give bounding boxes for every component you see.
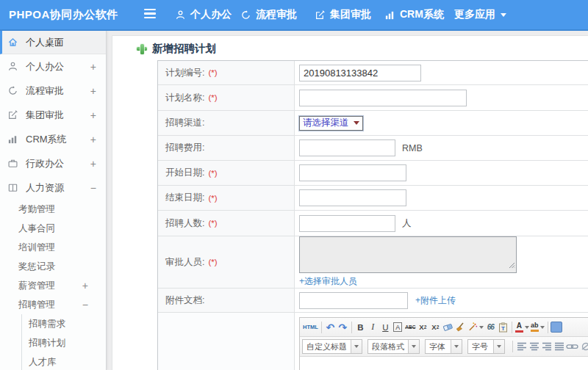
form-row-recruit-cost: 招聘费用: RMB bbox=[158, 136, 588, 161]
field-label: 计划名称: bbox=[165, 92, 204, 104]
edit-icon bbox=[315, 10, 326, 21]
sidebar-subitem-training[interactable]: 培训管理 bbox=[0, 238, 106, 257]
field-label: 计划编号: bbox=[165, 67, 204, 79]
nav-item-group-approval[interactable]: 集团审批 bbox=[315, 0, 371, 29]
italic-button[interactable]: I bbox=[367, 320, 379, 334]
paste-plain-text-icon[interactable]: T bbox=[497, 320, 509, 334]
select-caret-icon bbox=[354, 121, 359, 125]
expand-plus-icon[interactable]: + bbox=[90, 61, 96, 73]
format-brush-icon[interactable] bbox=[454, 320, 467, 334]
sidebar-item-human-resources[interactable]: 人力资源 − bbox=[0, 175, 106, 200]
select-approvers-link[interactable]: +选择审批人员 bbox=[299, 275, 357, 288]
sidebar-subitem-recruit-plan[interactable]: 招聘计划 bbox=[22, 333, 106, 352]
sidebar-subitem-label: 考勤管理 bbox=[18, 203, 55, 216]
redo-icon[interactable]: ↷ bbox=[337, 320, 349, 334]
sidebar-item-crm-system[interactable]: CRM系统 + bbox=[0, 127, 106, 151]
collapse-minus-icon[interactable]: − bbox=[82, 299, 88, 311]
undo-icon[interactable]: ↶ bbox=[324, 320, 337, 334]
expand-plus-icon[interactable]: + bbox=[90, 109, 96, 121]
paragraph-format-dropdown[interactable]: 段落格式 bbox=[368, 339, 420, 354]
font-border-button[interactable]: A bbox=[393, 322, 402, 332]
nav-item-more-apps[interactable]: 更多应用 bbox=[454, 0, 506, 29]
html-source-button[interactable]: HTML bbox=[302, 320, 319, 334]
sidebar-subitem-recruit-management[interactable]: 招聘管理 − bbox=[0, 295, 106, 314]
sidebar-item-admin-office[interactable]: 行政办公 + bbox=[0, 151, 106, 175]
collapse-minus-icon[interactable]: − bbox=[90, 182, 96, 194]
nav-item-personal-office[interactable]: 个人办公 bbox=[175, 0, 232, 29]
recruit-channel-select[interactable]: 请选择渠道 bbox=[299, 116, 363, 131]
form-row-end-date: 结束日期: (*) bbox=[158, 186, 588, 211]
content-area: 新增招聘计划 计划编号: (*) 计划名称: (*) bbox=[107, 31, 588, 370]
superscript-button[interactable]: X2 bbox=[417, 320, 429, 334]
font-size-dropdown[interactable]: 字号 bbox=[467, 339, 505, 354]
subscript-button[interactable]: X2 bbox=[429, 320, 442, 334]
sidebar-subitem-hr-contract[interactable]: 人事合同 bbox=[0, 219, 106, 238]
user-icon bbox=[175, 10, 186, 21]
clipped-toolbar-icon[interactable] bbox=[579, 340, 588, 354]
user-icon bbox=[7, 61, 20, 72]
field-label: 招聘费用: bbox=[165, 142, 204, 154]
align-justify-icon[interactable] bbox=[553, 340, 565, 354]
add-plus-icon bbox=[137, 44, 147, 54]
field-label: 审批人员: bbox=[165, 256, 204, 269]
start-date-input[interactable] bbox=[299, 164, 406, 181]
headcount-input[interactable] bbox=[299, 215, 395, 232]
custom-heading-dropdown[interactable]: 自定义标题 bbox=[302, 339, 362, 354]
plan-number-input[interactable] bbox=[299, 65, 421, 81]
chevron-down-icon bbox=[351, 340, 362, 353]
editor-content-area[interactable] bbox=[300, 357, 588, 370]
field-label: 结束日期: bbox=[165, 192, 204, 204]
required-mark: (*) bbox=[208, 194, 217, 203]
nav-item-process-approval[interactable]: 流程审批 bbox=[240, 0, 297, 29]
sidebar-item-process-approval[interactable]: 流程审批 + bbox=[0, 79, 106, 103]
font-family-dropdown[interactable]: 字体 bbox=[425, 339, 462, 354]
align-left-icon[interactable] bbox=[515, 340, 528, 354]
align-right-icon[interactable] bbox=[540, 340, 553, 354]
blockquote-button[interactable]: 66 bbox=[484, 320, 497, 334]
field-label: 招聘渠道: bbox=[165, 117, 204, 129]
end-date-input[interactable] bbox=[299, 189, 406, 206]
sidebar-subitem-attendance[interactable]: 考勤管理 bbox=[0, 200, 106, 219]
underline-button[interactable]: U bbox=[379, 320, 392, 334]
autotypeset-icon[interactable] bbox=[467, 320, 484, 334]
sidebar-subitem-talent-pool[interactable]: 人才库 bbox=[22, 352, 106, 370]
highlight-color-button[interactable]: ab bbox=[530, 320, 545, 334]
approvers-textarea[interactable] bbox=[299, 236, 517, 273]
link-icon[interactable] bbox=[565, 340, 579, 354]
expand-plus-icon[interactable]: + bbox=[90, 85, 96, 97]
bold-button[interactable]: B bbox=[354, 320, 367, 334]
recruit-cost-input[interactable] bbox=[299, 139, 395, 156]
sidebar: 个人桌面 个人办公 + 流程审批 + 集团审批 + bbox=[0, 31, 107, 370]
bar-chart-icon bbox=[7, 134, 20, 145]
expand-plus-icon[interactable]: + bbox=[90, 134, 96, 145]
sidebar-item-personal-desktop[interactable]: 个人桌面 bbox=[0, 31, 106, 54]
hr-book-icon bbox=[7, 182, 20, 193]
sidebar-subitem-label: 招聘需求 bbox=[29, 318, 65, 330]
align-center-icon[interactable] bbox=[528, 340, 540, 354]
sidebar-item-group-approval[interactable]: 集团审批 + bbox=[0, 103, 106, 127]
attachment-input[interactable] bbox=[299, 292, 408, 309]
editor-toolbar-row1: HTML ↶ ↷ B I U A ABC X2 X2 bbox=[300, 318, 588, 337]
resize-grip-icon[interactable] bbox=[509, 258, 515, 272]
font-color-button[interactable]: A bbox=[514, 320, 530, 334]
expand-plus-icon[interactable]: + bbox=[90, 158, 96, 170]
chevron-down-icon bbox=[501, 13, 506, 17]
hamburger-menu-icon[interactable] bbox=[144, 9, 157, 21]
recruit-submenu-group: 招聘需求 招聘计划 人才库 bbox=[21, 314, 106, 370]
sidebar-item-personal-office[interactable]: 个人办公 + bbox=[0, 54, 106, 79]
required-mark: (*) bbox=[208, 68, 217, 77]
plan-name-input[interactable] bbox=[299, 90, 467, 106]
eraser-icon[interactable] bbox=[442, 320, 454, 334]
upload-attachment-link[interactable]: +附件上传 bbox=[415, 294, 456, 307]
sidebar-subitem-recruit-demand[interactable]: 招聘需求 bbox=[22, 314, 106, 333]
chevron-down-icon bbox=[525, 326, 529, 329]
expand-plus-icon[interactable]: + bbox=[82, 280, 88, 291]
sidebar-subitem-salary[interactable]: 薪资管理 + bbox=[0, 276, 106, 295]
required-mark: (*) bbox=[208, 219, 217, 228]
clipped-toolbar-icon[interactable] bbox=[551, 322, 562, 333]
sidebar-subitem-label: 薪资管理 bbox=[18, 280, 55, 292]
nav-item-crm-system[interactable]: CRM系统 bbox=[384, 0, 444, 29]
recruit-plan-form: 计划编号: (*) 计划名称: (*) 招聘 bbox=[157, 60, 588, 370]
strikethrough-button[interactable]: ABC bbox=[404, 320, 417, 334]
sidebar-subitem-rewards[interactable]: 奖惩记录 bbox=[0, 257, 106, 276]
